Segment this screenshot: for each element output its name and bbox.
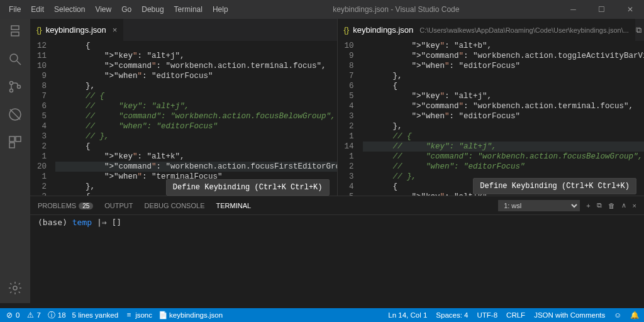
code-line[interactable]: ">"command": "workbench.action.focusFirs… — [55, 162, 337, 172]
terminal-cursor: [] — [111, 218, 121, 227]
code-line[interactable]: }, — [363, 121, 645, 131]
code-area-right[interactable]: 1098765432114123456 ">"key": "alt+b", ">… — [338, 41, 645, 196]
status-eol[interactable]: CRLF — [506, 311, 525, 319]
menu-debug[interactable]: Debug — [136, 0, 169, 19]
menu-selection[interactable]: Selection — [49, 0, 90, 19]
code-line[interactable]: // "when": "editorFocus" — [363, 162, 645, 172]
maximize-panel-icon[interactable]: ∧ — [621, 201, 626, 209]
terminal-base: (base) — [38, 218, 72, 227]
status-cursor-pos[interactable]: Ln 14, Col 1 — [388, 311, 427, 319]
code-line[interactable]: ">"command": "workbench.action.terminal.… — [363, 101, 645, 111]
status-filetype[interactable]: JSON with Comments — [534, 311, 605, 319]
menu-help[interactable]: Help — [208, 0, 233, 19]
explorer-icon[interactable] — [8, 24, 23, 39]
new-terminal-icon[interactable]: + — [586, 202, 590, 209]
code-line[interactable]: ">"key": "alt+k", — [55, 152, 337, 162]
code-line[interactable]: }, — [55, 81, 337, 91]
code-lines-left[interactable]: { ">"key": "alt+j", ">"command": "workbe… — [55, 41, 337, 196]
split-terminal-icon[interactable]: ⧉ — [597, 201, 602, 209]
code-line[interactable]: // "command": "workbench.action.focusBel… — [363, 152, 645, 162]
line-numbers-right: 1098765432114123456 — [338, 41, 363, 196]
panel-actions: 1: wsl + ⧉ 🗑 ∧ × — [498, 200, 636, 211]
menu-terminal[interactable]: Terminal — [169, 0, 208, 19]
tab-bar-right: {} keybindings.json C:\Users\walkews\App… — [338, 19, 645, 41]
file-tab-left[interactable]: {} keybindings.json × — [30, 19, 124, 41]
panel-tabs: PROBLEMS25 OUTPUT DEBUG CONSOLE TERMINAL… — [30, 196, 644, 215]
lang-icon: ≡ — [125, 311, 133, 319]
status-feedback-icon[interactable]: ☺ — [614, 311, 621, 319]
status-bar: ⊘0 ⚠7 ⓘ18 5 lines yanked ≡jsonc 📄keybind… — [0, 308, 644, 322]
define-keybinding-button[interactable]: Define Keybinding (Ctrl+K Ctrl+K) — [473, 178, 636, 194]
close-icon[interactable]: ✕ — [616, 0, 644, 19]
title-bar: File Edit Selection View Go Debug Termin… — [0, 0, 644, 19]
svg-rect-0 — [11, 26, 19, 30]
status-warnings[interactable]: ⚠7 — [26, 311, 40, 319]
panel-tab-problems[interactable]: PROBLEMS25 — [38, 202, 93, 209]
code-line[interactable]: ">"command": "workbench.action.toggleAct… — [363, 51, 645, 61]
panel-tab-terminal[interactable]: TERMINAL — [216, 202, 251, 209]
code-lines-right[interactable]: ">"key": "alt+b", ">"command": "workbenc… — [363, 41, 645, 196]
code-line[interactable]: // }, — [55, 131, 337, 142]
code-line[interactable]: ">"command": "workbench.action.terminal.… — [55, 61, 337, 71]
kill-terminal-icon[interactable]: 🗑 — [608, 202, 615, 209]
code-line[interactable]: }, — [363, 71, 645, 81]
panel-tab-debug-console[interactable]: DEBUG CONSOLE — [145, 202, 205, 209]
tab-filename: keybindings.json — [46, 25, 106, 35]
status-info[interactable]: ⓘ18 — [47, 311, 66, 319]
close-panel-icon[interactable]: × — [633, 202, 636, 209]
code-line[interactable]: ">"key": "alt+j", — [363, 91, 645, 101]
search-icon[interactable] — [8, 52, 23, 67]
tab-path: C:\Users\walkews\AppData\Roaming\Code\Us… — [419, 26, 629, 34]
status-bell-icon[interactable]: 🔔 — [630, 311, 639, 319]
svg-point-2 — [10, 54, 18, 62]
code-area-left[interactable]: 121110987654321201234 { ">"key": "alt+j"… — [30, 41, 337, 196]
compare-icon[interactable]: ⧉ — [636, 25, 641, 35]
menu-go[interactable]: Go — [116, 0, 136, 19]
panel-tab-output[interactable]: OUTPUT — [104, 202, 133, 209]
menu-file[interactable]: File — [4, 0, 26, 19]
code-line[interactable]: ">"key": "alt+j", — [55, 51, 337, 61]
svg-rect-10 — [16, 136, 21, 142]
tab-close-icon[interactable]: × — [113, 25, 118, 35]
maximize-icon[interactable]: ☐ — [587, 0, 616, 19]
terminal-cwd: temp — [72, 218, 92, 227]
tab-actions: ⧉ ⊞ ⋯ × — [636, 25, 644, 35]
status-filepath[interactable]: 📄keybindings.json — [158, 311, 223, 319]
status-spaces[interactable]: Spaces: 4 — [436, 311, 468, 319]
warning-icon: ⚠ — [26, 311, 35, 319]
code-line[interactable]: { — [55, 142, 337, 152]
settings-icon[interactable] — [8, 280, 23, 296]
code-line[interactable]: { — [55, 41, 337, 51]
status-language[interactable]: ≡jsonc — [125, 311, 152, 319]
file-tab-right[interactable]: {} keybindings.json C:\Users\walkews\App… — [338, 19, 636, 41]
code-line[interactable]: // { — [55, 91, 337, 101]
status-errors[interactable]: ⊘0 — [5, 311, 19, 319]
menu-edit[interactable]: Edit — [26, 0, 49, 19]
terminal-prompt: |⇒ — [92, 218, 111, 227]
menu-view[interactable]: View — [90, 0, 116, 19]
extensions-icon[interactable] — [8, 135, 23, 150]
define-keybinding-button[interactable]: Define Keybinding (Ctrl+K Ctrl+K) — [166, 179, 330, 196]
main-area: {} keybindings.json × 121110987654321201… — [0, 19, 644, 303]
code-line[interactable]: // "key": "alt+j", — [55, 101, 337, 111]
terminal-content[interactable]: (base) temp |⇒ [] — [30, 215, 644, 230]
svg-line-3 — [17, 61, 21, 65]
code-line[interactable]: ">"when": "editorFocus" — [55, 71, 337, 81]
minimize-icon[interactable]: ─ — [559, 0, 587, 19]
code-line[interactable]: ">"when": "editorFocus" — [363, 61, 645, 71]
svg-point-5 — [10, 89, 13, 92]
code-line[interactable]: // "command": "workbench.action.focusBel… — [55, 111, 337, 121]
tab-bar-left: {} keybindings.json × — [30, 19, 337, 41]
code-line[interactable]: ">"when": "editorFocus" — [363, 111, 645, 121]
svg-rect-11 — [9, 143, 14, 148]
code-line[interactable]: // { — [363, 131, 645, 142]
code-line[interactable]: // "when": "editorFocus" — [55, 121, 337, 131]
code-line[interactable]: // "key": "alt+j", — [363, 142, 645, 152]
code-line[interactable]: ">"key": "alt+b", — [363, 41, 645, 51]
status-encoding[interactable]: UTF-8 — [477, 311, 498, 319]
code-line[interactable]: { — [363, 81, 645, 91]
terminal-selector[interactable]: 1: wsl — [498, 200, 580, 211]
source-control-icon[interactable] — [8, 79, 23, 94]
tab-filename: keybindings.json — [353, 25, 413, 35]
debug-icon[interactable] — [8, 107, 23, 122]
